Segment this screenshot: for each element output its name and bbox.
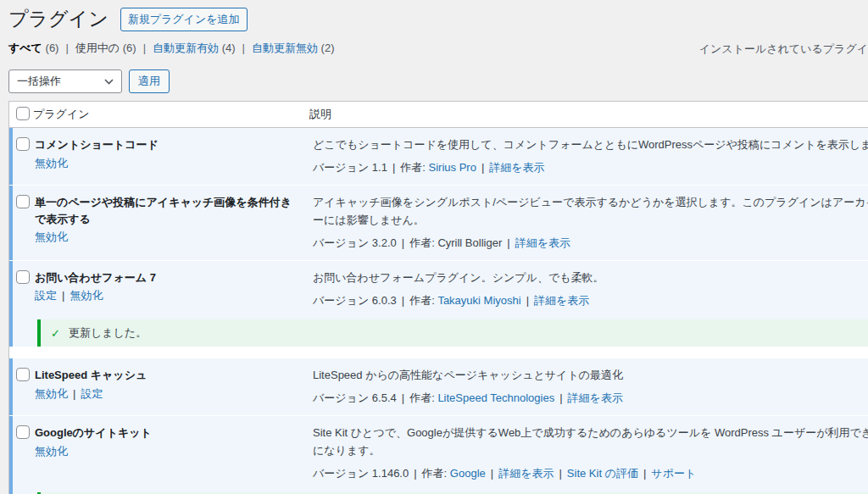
deactivate-link[interactable]: 無効化: [35, 157, 68, 169]
plugin-checkbox[interactable]: [16, 425, 30, 439]
plugin-version: バージョン 3.2.0: [313, 236, 397, 249]
plugin-name: コメントショートコード: [35, 136, 299, 153]
notice-text: 更新しました。: [69, 325, 147, 341]
plugin-row-comment-shortcode: コメントショートコード 無効化 どこでもショートコードを使用して、コメントフォー…: [9, 128, 868, 185]
table-header-row: プラグイン 説明: [9, 102, 868, 128]
plugin-description: どこでもショートコードを使用して、コメントフォームとともにWordPressペー…: [313, 136, 868, 153]
plugin-description: アイキャッチ画像をシングルポスト/ページビューで表示するかどうかを選択します。こ…: [313, 194, 868, 228]
bulk-actions-bar: 一括操作 適用: [8, 69, 868, 93]
view-details-link[interactable]: 詳細を表示: [554, 391, 623, 404]
plugin-actions: 無効化: [35, 229, 299, 246]
author-link[interactable]: Takayuki Miyoshi: [437, 294, 520, 307]
plugin-description: Site Kit ひとつで、Googleが提供するWeb上で成功するためのあらゆ…: [313, 425, 868, 458]
update-success-notice: ✓ 更新しました。: [37, 319, 868, 347]
author-link[interactable]: Sirius Pro: [429, 161, 476, 174]
plugin-checkbox[interactable]: [16, 195, 30, 208]
support-link[interactable]: サポート: [638, 467, 696, 480]
check-icon: ✓: [51, 327, 60, 340]
author-link[interactable]: Google: [450, 467, 486, 480]
plugin-author: 作者: Sirius Pro: [387, 161, 476, 174]
column-header-description: 説明: [309, 107, 868, 122]
plugin-row-litespeed-cache: LiteSpeed キャッシュ 無効化設定 LiteSpeed からの高性能なペ…: [9, 358, 868, 415]
plugin-name: お問い合わせフォーム 7: [35, 269, 299, 286]
plugin-author: 作者: Cyrill Bolliger: [397, 236, 502, 249]
filter-all[interactable]: すべて (6): [8, 42, 58, 54]
plugin-version: バージョン 6.5.4: [313, 391, 397, 404]
plugin-row-conditional-featured-image: 単一のページや投稿にアイキャッチ画像を条件付きで表示する 無効化 アイキャッチ画…: [9, 185, 868, 259]
plugin-meta: バージョン 6.0.3作者: Takayuki Miyoshi詳細を表示: [313, 292, 868, 309]
apply-button[interactable]: 適用: [129, 69, 170, 93]
page-header: プラグイン 新規プラグインを追加: [8, 5, 868, 34]
search-plugins-label: インストールされているプラグイ: [699, 42, 868, 57]
view-details-link[interactable]: 詳細を表示: [521, 294, 590, 307]
plugin-name: 単一のページや投稿にアイキャッチ画像を条件付きで表示する: [35, 194, 299, 227]
filter-autoupdate-enabled[interactable]: 自動更新有効 (4): [136, 42, 236, 54]
author-link[interactable]: LiteSpeed Technologies: [437, 391, 554, 404]
plugin-version: バージョン 6.0.3: [313, 294, 397, 307]
filter-active-link[interactable]: 使用中の: [75, 42, 120, 54]
deactivate-link[interactable]: 無効化: [35, 445, 68, 458]
filter-autoupdate-disabled-count: (2): [321, 42, 335, 54]
plugin-row-contact-form-7: お問い合わせフォーム 7 設定無効化 お問い合わせフォームプラグイン。シンプル、…: [9, 260, 868, 347]
add-new-plugin-button[interactable]: 新規プラグインを追加: [120, 8, 248, 31]
plugin-actions: 無効化: [35, 155, 299, 172]
filter-all-count: (6): [46, 42, 59, 54]
plugin-actions: 無効化: [35, 443, 299, 460]
deactivate-link[interactable]: 無効化: [57, 289, 103, 302]
plugin-description: お問い合わせフォームプラグイン。シンプル、でも柔軟。: [313, 269, 868, 286]
rate-site-kit-link[interactable]: Site Kit の評価: [554, 467, 638, 480]
column-header-plugin: プラグイン: [33, 107, 309, 122]
plugin-description: LiteSpeed からの高性能なページキャッシュとサイトの最適化: [313, 367, 868, 384]
settings-link[interactable]: 設定: [68, 387, 103, 400]
filter-autoupdate-enabled-count: (4): [222, 42, 236, 54]
view-details-link[interactable]: 詳細を表示: [476, 161, 545, 174]
page-title: プラグイン: [8, 7, 108, 32]
author-name: Cyrill Bolliger: [437, 236, 502, 249]
view-details-link[interactable]: 詳細を表示: [486, 467, 554, 480]
plugin-name: Googleのサイトキット: [35, 425, 299, 441]
plugin-name: LiteSpeed キャッシュ: [35, 367, 299, 384]
plugin-author: 作者: Takayuki Miyoshi: [397, 294, 521, 307]
plugin-version: バージョン 1.146.0: [313, 467, 409, 480]
bulk-action-select[interactable]: 一括操作: [8, 69, 122, 93]
chevron-down-icon: [104, 79, 114, 85]
view-details-link[interactable]: 詳細を表示: [502, 236, 570, 249]
plugins-table: プラグイン 説明 コメントショートコード 無効化 どこでもショートコードを使用し…: [8, 101, 868, 494]
plugin-checkbox[interactable]: [16, 137, 30, 151]
plugin-checkbox[interactable]: [16, 368, 30, 381]
deactivate-link[interactable]: 無効化: [35, 387, 68, 400]
plugin-author: 作者: LiteSpeed Technologies: [397, 391, 554, 404]
plugin-author: 作者: Google: [409, 467, 486, 480]
plugin-checkbox[interactable]: [16, 270, 30, 284]
plugin-version: バージョン 1.1: [313, 161, 387, 174]
plugin-actions: 設定無効化: [35, 287, 299, 304]
filter-autoupdate-disabled[interactable]: 自動更新無効 (2): [236, 42, 335, 54]
select-all-checkbox[interactable]: [16, 107, 30, 120]
plugin-row-site-kit: Googleのサイトキット 無効化 Site Kit ひとつで、Googleが提…: [9, 415, 868, 494]
filter-all-link[interactable]: すべて: [8, 42, 42, 54]
deactivate-link[interactable]: 無効化: [35, 230, 68, 243]
filter-autoupdate-enabled-link[interactable]: 自動更新有効: [153, 42, 219, 54]
bulk-action-selected-value: 一括操作: [17, 74, 61, 89]
plugin-meta: バージョン 1.1作者: Sirius Pro詳細を表示: [313, 159, 868, 176]
plugin-meta: バージョン 1.146.0作者: Google詳細を表示Site Kit の評価…: [313, 465, 868, 482]
plugin-meta: バージョン 6.5.4作者: LiteSpeed Technologies詳細を…: [313, 390, 868, 407]
plugin-meta: バージョン 3.2.0作者: Cyrill Bolliger詳細を表示: [313, 235, 868, 252]
plugins-page: プラグイン 新規プラグインを追加 すべて (6)使用中の (6)自動更新有効 (…: [0, 0, 868, 494]
settings-link[interactable]: 設定: [35, 289, 57, 302]
filter-autoupdate-disabled-link[interactable]: 自動更新無効: [252, 42, 318, 54]
filter-active[interactable]: 使用中の (6): [58, 42, 136, 54]
plugin-actions: 無効化設定: [35, 386, 299, 402]
filter-active-count: (6): [123, 42, 136, 54]
